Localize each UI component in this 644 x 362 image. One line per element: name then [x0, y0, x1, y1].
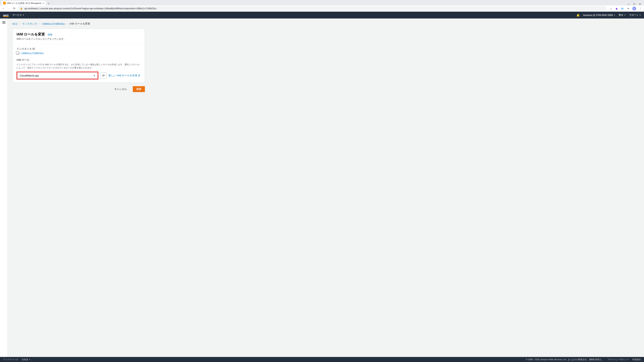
- breadcrumb-instances[interactable]: インスタンス: [22, 22, 37, 25]
- services-label: サービス: [12, 13, 22, 17]
- hamburger-icon[interactable]: [2, 21, 6, 23]
- minimize-icon[interactable]: —: [628, 3, 630, 5]
- chrome-menu-icon[interactable]: ⋮: [638, 7, 642, 10]
- support-menu[interactable]: サポート ▼: [629, 13, 641, 17]
- instance-id-row: i-0894c1c7c58fcf3cc: [16, 52, 141, 55]
- breadcrumb: EC2 › インスタンス › i-0894c1c7c58fcf3cc › IAM…: [12, 22, 639, 25]
- back-button[interactable]: ←: [2, 7, 5, 10]
- iam-role-description: インスタンスにアタッチする IAM ロールを選択するか、まだ作成していない場合は…: [16, 63, 141, 69]
- extension-icon-2[interactable]: ✿: [621, 7, 624, 10]
- form-actions: キャンセル 保存: [12, 86, 145, 92]
- extension-icon[interactable]: ◆: [615, 7, 618, 10]
- aws-logo[interactable]: aws: [3, 13, 8, 17]
- account-label: kazaana @ 5769-5092-0858: [583, 14, 613, 16]
- info-link[interactable]: 情報: [48, 33, 52, 36]
- region-label: 東京: [619, 13, 623, 17]
- external-link-icon: ⧉: [138, 74, 140, 77]
- copy-icon[interactable]: [16, 52, 19, 55]
- chevron-right-icon: ›: [39, 22, 40, 25]
- page-subtitle: IAM ロールをインスタンスにアタッチします。: [16, 37, 141, 41]
- address-bar[interactable]: 🔒 ap-northeast-1.console.aws.amazon.com/…: [18, 6, 606, 11]
- browser-toolbar: ← → ⟳ 🔒 ap-northeast-1.console.aws.amazo…: [0, 5, 644, 12]
- create-iam-role-link[interactable]: 新しい IAM ロールを作成 ⧉: [108, 74, 140, 77]
- close-tab-icon[interactable]: ×: [43, 1, 44, 5]
- aws-top-nav: aws サービス ▼ 🔔 kazaana @ 5769-5092-0858 ▼ …: [0, 12, 644, 18]
- chevron-right-icon: ›: [67, 22, 68, 25]
- chevron-right-icon: ›: [19, 22, 20, 25]
- window-controls: — ☐ ✕: [626, 3, 642, 5]
- browser-tab[interactable]: IAM ロールを変更 | EC2 Manageme ×: [2, 1, 46, 5]
- aws-nav-right: 🔔 kazaana @ 5769-5092-0858 ▼ 東京 ▼ サポート ▼: [576, 13, 641, 17]
- iam-role-label: IAM ロール: [16, 58, 141, 62]
- main-content: EC2 › インスタンス › i-0894c1c7c58fcf3cc › IAM…: [8, 18, 644, 357]
- instance-id-link[interactable]: i-0894c1c7c58fcf3cc: [21, 52, 44, 55]
- maximize-icon[interactable]: ☐: [633, 3, 636, 5]
- chevron-down-icon: ▼: [614, 14, 615, 16]
- browser-tab-strip: IAM ロールを変更 | EC2 Manageme × + — ☐ ✕: [0, 0, 644, 5]
- aws-favicon: [3, 2, 6, 4]
- lock-icon: 🔒: [20, 7, 23, 10]
- profile-avatar[interactable]: h: [632, 6, 636, 10]
- sidebar-toggle-panel: [0, 18, 8, 357]
- close-window-icon[interactable]: ✕: [639, 3, 641, 5]
- role-select-highlight: CloudWatchLogs ▼: [16, 72, 98, 79]
- refresh-button[interactable]: ⟳: [100, 72, 106, 79]
- account-menu[interactable]: kazaana @ 5769-5092-0858 ▼: [583, 14, 615, 16]
- instance-id-label: インスタンス ID: [16, 47, 141, 51]
- save-button[interactable]: 保存: [133, 86, 145, 92]
- chevron-down-icon: ▼: [624, 14, 626, 16]
- notifications-icon[interactable]: 🔔: [576, 14, 580, 17]
- page-title: IAM ロールを変更: [16, 32, 45, 36]
- card-header: IAM ロールを変更 情報 IAM ロールをインスタンスにアタッチします。: [13, 29, 145, 44]
- tab-title: IAM ロールを変更 | EC2 Manageme: [7, 2, 42, 5]
- toolbar-right: ☆ ◆ ✿ ✦ h ⋮: [609, 6, 642, 10]
- breadcrumb-current: IAM ロールを変更: [70, 22, 90, 25]
- modify-role-card: IAM ロールを変更 情報 IAM ロールをインスタンスにアタッチします。 イン…: [12, 29, 145, 83]
- breadcrumb-instance-id[interactable]: i-0894c1c7c58fcf3cc: [42, 22, 65, 25]
- body-wrap: EC2 › インスタンス › i-0894c1c7c58fcf3cc › IAM…: [0, 18, 644, 357]
- forward-button[interactable]: →: [8, 7, 10, 10]
- bookmark-icon[interactable]: ☆: [609, 7, 612, 10]
- chevron-down-icon: ▼: [639, 14, 641, 16]
- chevron-down-icon: ▼: [22, 14, 24, 16]
- extensions-menu-icon[interactable]: ✦: [626, 7, 630, 10]
- card-body: インスタンス ID i-0894c1c7c58fcf3cc IAM ロール イン…: [13, 44, 145, 82]
- chevron-down-icon: ▼: [93, 74, 95, 77]
- iam-role-select[interactable]: CloudWatchLogs ▼: [18, 73, 97, 78]
- reload-button[interactable]: ⟳: [13, 6, 16, 10]
- new-tab-button[interactable]: +: [46, 2, 52, 5]
- selected-role: CloudWatchLogs: [20, 74, 39, 77]
- create-role-label: 新しい IAM ロールを作成: [108, 74, 137, 77]
- cancel-button[interactable]: キャンセル: [111, 86, 130, 92]
- role-select-row: CloudWatchLogs ▼ ⟳ 新しい IAM ロールを作成 ⧉: [16, 72, 141, 79]
- breadcrumb-ec2[interactable]: EC2: [12, 22, 17, 25]
- services-menu[interactable]: サービス ▼: [12, 13, 24, 17]
- url-text: ap-northeast-1.console.aws.amazon.com/ec…: [24, 7, 156, 10]
- region-menu[interactable]: 東京 ▼: [619, 13, 626, 17]
- support-label: サポート: [629, 13, 638, 17]
